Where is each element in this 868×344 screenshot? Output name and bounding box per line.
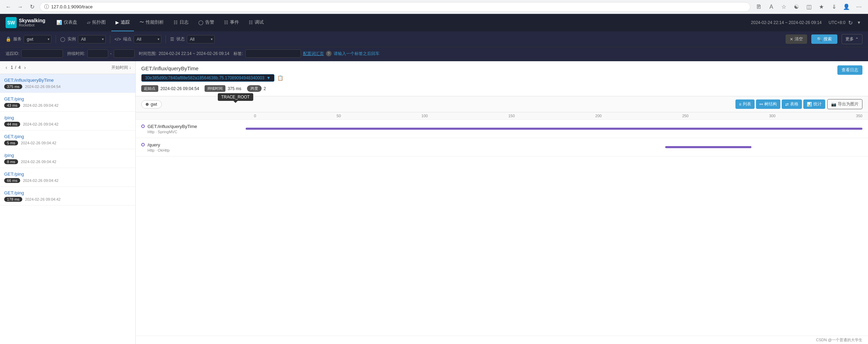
endpoint-select[interactable]: All: [134, 35, 161, 43]
status-label: 状态: [176, 36, 185, 42]
url-text: 127.0.0.1:9090/trace: [51, 4, 746, 9]
info-icon: ⓘ: [44, 4, 49, 10]
toolbar-right: ≡ 列表 ⚯ 树结构 ⇄ 表格 📊 统计: [735, 99, 862, 109]
stats-view-btn[interactable]: 📊 统计: [803, 99, 825, 109]
table-icon: ⇄: [785, 102, 789, 107]
list-item[interactable]: GET:/influx/queryByTime 375 ms 2024-02-2…: [0, 74, 135, 93]
topology-icon: ▱: [87, 20, 90, 25]
list-item-title: GET:/ping: [4, 134, 131, 139]
time-range-group: 时间范围: 2024-02-24 22:14 ~ 2024-02-26 09:1…: [139, 51, 230, 57]
copy-btn[interactable]: 📋: [277, 75, 283, 81]
debug-icon: ☷: [249, 20, 253, 25]
span-info: GET:/influx/queryByTime Http · SpringMVC: [141, 124, 246, 134]
nav-refresh-btn[interactable]: ↻: [847, 18, 854, 27]
span-label: 跨度: [247, 85, 262, 92]
profile-btn[interactable]: 👤: [842, 2, 851, 12]
nav-event[interactable]: ☷ 事件: [220, 14, 243, 31]
list-item-time: 2024-02-26 09:04:42: [23, 178, 58, 183]
instance-select[interactable]: All: [78, 35, 106, 43]
back-button[interactable]: ←: [4, 3, 13, 11]
nav-debug[interactable]: ☷ 调试: [245, 14, 268, 31]
list-item-badge: 375 ms: [4, 84, 22, 89]
nav-log[interactable]: ☷ 日志: [169, 14, 193, 31]
nav-dashboard[interactable]: 📊 仪表盘: [52, 14, 81, 31]
forward-button[interactable]: →: [16, 3, 24, 11]
download-btn[interactable]: ⇓: [829, 2, 839, 12]
span-info: /query Http · OkHttp: [141, 142, 246, 152]
clear-button[interactable]: ✕ 清空: [786, 34, 807, 44]
tree-view-btn[interactable]: ⚯ 树结构: [756, 99, 780, 109]
split-btn[interactable]: ◫: [804, 2, 814, 12]
sort-label: 开始时间: [111, 65, 128, 71]
list-item[interactable]: /ping 8 ms 2024-02-26 09:04:42: [0, 149, 135, 168]
nav-performance[interactable]: 〜 性能剖析: [135, 14, 168, 31]
trace-id-text: 30e385d90c7840af88e582a18564638b.75.1708…: [145, 75, 264, 80]
nav-time-dropdown-btn[interactable]: ▼: [855, 19, 862, 26]
list-item-time: 2024-02-26 09:04:54: [25, 85, 61, 89]
refresh-button[interactable]: ↻: [28, 3, 36, 11]
page-current: 1: [11, 65, 13, 70]
tag-config-link[interactable]: 配置词汇页: [303, 51, 324, 57]
list-item[interactable]: GET:/ping 5 ms 2024-02-26 09:04:42: [0, 130, 135, 149]
list-item[interactable]: GET:/ping 43 ms 2024-02-26 09:04:42: [0, 93, 135, 112]
help-icon[interactable]: ?: [326, 51, 332, 56]
service-select[interactable]: gwt: [24, 35, 51, 43]
tag-hint: 请输入一个标签之后回车: [334, 51, 380, 57]
timeline-area: 050100150200250300350 GET:/influx/queryB…: [136, 112, 868, 336]
font-btn[interactable]: A: [766, 2, 776, 12]
tag-group: 标签: 配置词汇页 ? 请输入一个标签之后回车: [233, 49, 379, 58]
sort-btn[interactable]: 开始时间 ↓: [111, 65, 131, 71]
sort-icon: ↓: [129, 65, 131, 70]
list-item[interactable]: /ping 44 ms 2024-02-26 09:04:42: [0, 112, 135, 130]
endpoint-label: 端点: [123, 36, 132, 42]
page-total: 4: [18, 65, 21, 70]
list-item-title: GET:/ping: [4, 190, 131, 195]
status-select[interactable]: All: [187, 35, 215, 43]
duration-max-input[interactable]: [114, 49, 135, 58]
list-item-time: 2024-02-26 09:04:42: [25, 197, 61, 201]
prev-page-btn[interactable]: ‹: [4, 64, 9, 71]
detail-header: GET:/influx/queryByTime 30e385d90c7840af…: [136, 61, 868, 96]
span-row[interactable]: /query Http · OkHttp: [136, 138, 868, 157]
logo-icon: SW: [6, 17, 17, 28]
stats-icon: 📊: [807, 102, 812, 107]
nav-topology[interactable]: ▱ 拓扑图: [83, 14, 110, 31]
span-row[interactable]: GET:/influx/queryByTime Http · SpringMVC: [136, 120, 868, 138]
tag-input[interactable]: [245, 49, 301, 58]
list-item-title: GET:/influx/queryByTime: [4, 78, 131, 83]
list-item[interactable]: GET:/ping 66 ms 2024-02-26 09:04:42: [0, 168, 135, 187]
next-page-btn[interactable]: ›: [23, 64, 27, 71]
span-dot: [141, 125, 145, 128]
list-view-btn[interactable]: ≡ 列表: [735, 99, 755, 109]
duration-min-input[interactable]: [87, 49, 108, 58]
scale-marks: 050100150200250300350: [254, 114, 862, 118]
search-button[interactable]: 🔍 搜索: [811, 34, 837, 44]
traceid-label: 追踪ID:: [6, 51, 19, 57]
nav-alert[interactable]: ◯ 告警: [194, 14, 218, 31]
endpoint-select-wrapper: All: [134, 35, 161, 43]
more-btn[interactable]: ⋯: [854, 2, 864, 12]
service-badge: gwt: [141, 100, 162, 109]
duration-label: 持续时间:: [67, 51, 85, 57]
detail-meta-row: 起始点 2024-02-26 09:04:54 持续时间 375 ms 跨度 2: [141, 85, 283, 92]
more-button[interactable]: 更多 ⌃: [842, 34, 862, 44]
search-options: 追踪ID: 持续时间: - 时间范围: 2024-02-24 22:14 ~ 2…: [0, 47, 868, 61]
bookmark-btn[interactable]: ★: [817, 2, 826, 12]
translate-btn[interactable]: 🖹: [754, 2, 764, 12]
traceid-input[interactable]: [21, 49, 63, 58]
lock-icon: 🔒: [6, 37, 11, 42]
nav-trace[interactable]: ▶ 追踪: [111, 14, 134, 31]
star-btn[interactable]: ☆: [779, 2, 789, 12]
table-label: 表格: [790, 101, 798, 107]
export-btn[interactable]: 📷 导出为图片: [827, 99, 862, 109]
address-bar[interactable]: ⓘ 127.0.0.1:9090/trace: [40, 2, 750, 12]
view-log-button[interactable]: 查看日志: [837, 65, 862, 75]
span-sub: Http · SpringMVC: [148, 130, 241, 134]
main-content: ‹ 1 / 4 › 开始时间 ↓ GET:/influx/queryByTime…: [0, 61, 868, 344]
table-view-btn[interactable]: ⇄ 表格: [782, 99, 802, 109]
list-item[interactable]: GET:/ping 178 ms 2024-02-26 09:04:42: [0, 187, 135, 206]
trace-id-dropdown-icon[interactable]: ▼: [266, 75, 271, 80]
search-label: 搜索: [823, 36, 832, 42]
extension-btn[interactable]: ☯: [791, 2, 801, 12]
list-item-meta: 44 ms 2024-02-26 09:04:42: [4, 122, 131, 127]
